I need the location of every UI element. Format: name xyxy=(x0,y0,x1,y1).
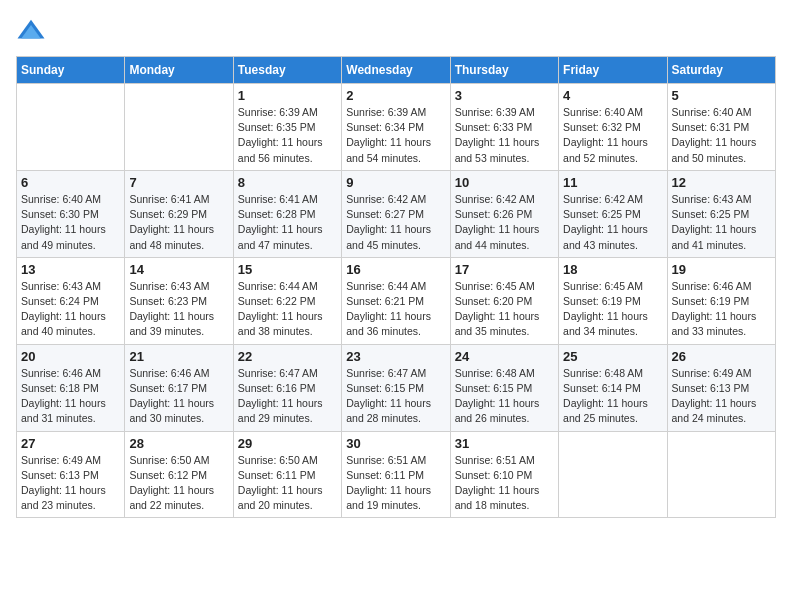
day-number: 3 xyxy=(455,88,554,103)
day-info: Sunrise: 6:51 AMSunset: 6:10 PMDaylight:… xyxy=(455,453,554,514)
day-number: 17 xyxy=(455,262,554,277)
day-number: 26 xyxy=(672,349,771,364)
day-info: Sunrise: 6:41 AMSunset: 6:29 PMDaylight:… xyxy=(129,192,228,253)
day-info: Sunrise: 6:41 AMSunset: 6:28 PMDaylight:… xyxy=(238,192,337,253)
calendar-cell: 19Sunrise: 6:46 AMSunset: 6:19 PMDayligh… xyxy=(667,257,775,344)
day-info: Sunrise: 6:42 AMSunset: 6:25 PMDaylight:… xyxy=(563,192,662,253)
logo-icon xyxy=(16,16,46,46)
day-number: 10 xyxy=(455,175,554,190)
calendar-week-row: 13Sunrise: 6:43 AMSunset: 6:24 PMDayligh… xyxy=(17,257,776,344)
calendar-cell: 20Sunrise: 6:46 AMSunset: 6:18 PMDayligh… xyxy=(17,344,125,431)
day-number: 15 xyxy=(238,262,337,277)
day-number: 4 xyxy=(563,88,662,103)
day-info: Sunrise: 6:40 AMSunset: 6:32 PMDaylight:… xyxy=(563,105,662,166)
day-info: Sunrise: 6:43 AMSunset: 6:24 PMDaylight:… xyxy=(21,279,120,340)
day-info: Sunrise: 6:42 AMSunset: 6:26 PMDaylight:… xyxy=(455,192,554,253)
day-number: 2 xyxy=(346,88,445,103)
day-number: 18 xyxy=(563,262,662,277)
calendar-cell: 13Sunrise: 6:43 AMSunset: 6:24 PMDayligh… xyxy=(17,257,125,344)
day-info: Sunrise: 6:40 AMSunset: 6:31 PMDaylight:… xyxy=(672,105,771,166)
calendar-cell: 12Sunrise: 6:43 AMSunset: 6:25 PMDayligh… xyxy=(667,170,775,257)
calendar-cell: 3Sunrise: 6:39 AMSunset: 6:33 PMDaylight… xyxy=(450,84,558,171)
day-number: 8 xyxy=(238,175,337,190)
day-info: Sunrise: 6:40 AMSunset: 6:30 PMDaylight:… xyxy=(21,192,120,253)
day-info: Sunrise: 6:50 AMSunset: 6:11 PMDaylight:… xyxy=(238,453,337,514)
calendar-cell: 5Sunrise: 6:40 AMSunset: 6:31 PMDaylight… xyxy=(667,84,775,171)
day-info: Sunrise: 6:39 AMSunset: 6:33 PMDaylight:… xyxy=(455,105,554,166)
day-number: 19 xyxy=(672,262,771,277)
calendar-cell: 11Sunrise: 6:42 AMSunset: 6:25 PMDayligh… xyxy=(559,170,667,257)
day-number: 11 xyxy=(563,175,662,190)
day-number: 24 xyxy=(455,349,554,364)
calendar-cell: 10Sunrise: 6:42 AMSunset: 6:26 PMDayligh… xyxy=(450,170,558,257)
day-number: 28 xyxy=(129,436,228,451)
calendar-cell: 27Sunrise: 6:49 AMSunset: 6:13 PMDayligh… xyxy=(17,431,125,518)
calendar-cell xyxy=(125,84,233,171)
calendar-cell: 9Sunrise: 6:42 AMSunset: 6:27 PMDaylight… xyxy=(342,170,450,257)
calendar: SundayMondayTuesdayWednesdayThursdayFrid… xyxy=(16,56,776,518)
calendar-cell: 8Sunrise: 6:41 AMSunset: 6:28 PMDaylight… xyxy=(233,170,341,257)
calendar-cell: 25Sunrise: 6:48 AMSunset: 6:14 PMDayligh… xyxy=(559,344,667,431)
calendar-cell: 28Sunrise: 6:50 AMSunset: 6:12 PMDayligh… xyxy=(125,431,233,518)
calendar-cell xyxy=(667,431,775,518)
day-number: 9 xyxy=(346,175,445,190)
day-number: 25 xyxy=(563,349,662,364)
calendar-cell: 21Sunrise: 6:46 AMSunset: 6:17 PMDayligh… xyxy=(125,344,233,431)
day-info: Sunrise: 6:39 AMSunset: 6:35 PMDaylight:… xyxy=(238,105,337,166)
calendar-week-row: 20Sunrise: 6:46 AMSunset: 6:18 PMDayligh… xyxy=(17,344,776,431)
day-number: 30 xyxy=(346,436,445,451)
calendar-cell xyxy=(17,84,125,171)
calendar-cell: 23Sunrise: 6:47 AMSunset: 6:15 PMDayligh… xyxy=(342,344,450,431)
day-info: Sunrise: 6:49 AMSunset: 6:13 PMDaylight:… xyxy=(672,366,771,427)
calendar-cell: 14Sunrise: 6:43 AMSunset: 6:23 PMDayligh… xyxy=(125,257,233,344)
calendar-cell: 7Sunrise: 6:41 AMSunset: 6:29 PMDaylight… xyxy=(125,170,233,257)
day-info: Sunrise: 6:48 AMSunset: 6:15 PMDaylight:… xyxy=(455,366,554,427)
calendar-week-row: 27Sunrise: 6:49 AMSunset: 6:13 PMDayligh… xyxy=(17,431,776,518)
day-number: 7 xyxy=(129,175,228,190)
day-info: Sunrise: 6:49 AMSunset: 6:13 PMDaylight:… xyxy=(21,453,120,514)
calendar-cell: 22Sunrise: 6:47 AMSunset: 6:16 PMDayligh… xyxy=(233,344,341,431)
day-info: Sunrise: 6:48 AMSunset: 6:14 PMDaylight:… xyxy=(563,366,662,427)
day-number: 23 xyxy=(346,349,445,364)
calendar-cell: 18Sunrise: 6:45 AMSunset: 6:19 PMDayligh… xyxy=(559,257,667,344)
day-info: Sunrise: 6:46 AMSunset: 6:18 PMDaylight:… xyxy=(21,366,120,427)
calendar-cell: 16Sunrise: 6:44 AMSunset: 6:21 PMDayligh… xyxy=(342,257,450,344)
calendar-header-row: SundayMondayTuesdayWednesdayThursdayFrid… xyxy=(17,57,776,84)
calendar-day-header: Saturday xyxy=(667,57,775,84)
calendar-cell: 29Sunrise: 6:50 AMSunset: 6:11 PMDayligh… xyxy=(233,431,341,518)
day-number: 31 xyxy=(455,436,554,451)
day-info: Sunrise: 6:47 AMSunset: 6:15 PMDaylight:… xyxy=(346,366,445,427)
day-number: 14 xyxy=(129,262,228,277)
calendar-cell: 6Sunrise: 6:40 AMSunset: 6:30 PMDaylight… xyxy=(17,170,125,257)
calendar-week-row: 1Sunrise: 6:39 AMSunset: 6:35 PMDaylight… xyxy=(17,84,776,171)
day-number: 29 xyxy=(238,436,337,451)
day-info: Sunrise: 6:45 AMSunset: 6:20 PMDaylight:… xyxy=(455,279,554,340)
day-number: 21 xyxy=(129,349,228,364)
calendar-cell: 1Sunrise: 6:39 AMSunset: 6:35 PMDaylight… xyxy=(233,84,341,171)
day-info: Sunrise: 6:43 AMSunset: 6:25 PMDaylight:… xyxy=(672,192,771,253)
calendar-cell: 30Sunrise: 6:51 AMSunset: 6:11 PMDayligh… xyxy=(342,431,450,518)
calendar-body: 1Sunrise: 6:39 AMSunset: 6:35 PMDaylight… xyxy=(17,84,776,518)
page-header xyxy=(16,16,776,46)
calendar-day-header: Monday xyxy=(125,57,233,84)
calendar-day-header: Wednesday xyxy=(342,57,450,84)
calendar-cell xyxy=(559,431,667,518)
calendar-day-header: Thursday xyxy=(450,57,558,84)
day-number: 20 xyxy=(21,349,120,364)
calendar-cell: 31Sunrise: 6:51 AMSunset: 6:10 PMDayligh… xyxy=(450,431,558,518)
calendar-day-header: Friday xyxy=(559,57,667,84)
day-info: Sunrise: 6:46 AMSunset: 6:19 PMDaylight:… xyxy=(672,279,771,340)
calendar-week-row: 6Sunrise: 6:40 AMSunset: 6:30 PMDaylight… xyxy=(17,170,776,257)
calendar-cell: 15Sunrise: 6:44 AMSunset: 6:22 PMDayligh… xyxy=(233,257,341,344)
day-number: 6 xyxy=(21,175,120,190)
calendar-cell: 4Sunrise: 6:40 AMSunset: 6:32 PMDaylight… xyxy=(559,84,667,171)
day-number: 5 xyxy=(672,88,771,103)
day-info: Sunrise: 6:46 AMSunset: 6:17 PMDaylight:… xyxy=(129,366,228,427)
day-number: 1 xyxy=(238,88,337,103)
day-info: Sunrise: 6:44 AMSunset: 6:21 PMDaylight:… xyxy=(346,279,445,340)
day-number: 16 xyxy=(346,262,445,277)
day-info: Sunrise: 6:45 AMSunset: 6:19 PMDaylight:… xyxy=(563,279,662,340)
calendar-day-header: Tuesday xyxy=(233,57,341,84)
day-number: 13 xyxy=(21,262,120,277)
calendar-cell: 26Sunrise: 6:49 AMSunset: 6:13 PMDayligh… xyxy=(667,344,775,431)
